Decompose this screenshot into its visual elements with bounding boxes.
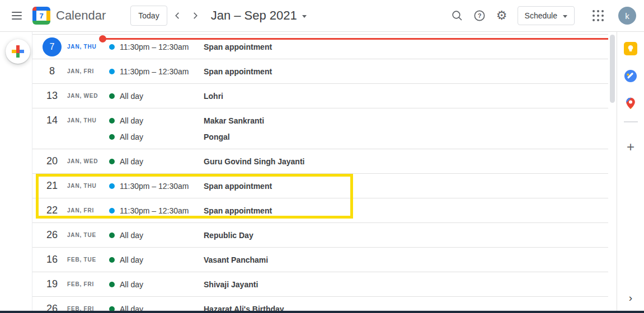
event-title: Span appointment [204, 67, 272, 76]
event-item[interactable]: All day Guru Govind Singh Jayanti [109, 153, 304, 169]
event-title: Span appointment [204, 182, 272, 191]
day-label: JAN, FRI [67, 207, 94, 214]
schedule-row[interactable]: 26 JAN, TUE All day Republic Day [32, 223, 608, 248]
event-item[interactable]: All day Shivaji Jayanti [109, 276, 258, 292]
apps-grid-icon [593, 10, 604, 21]
event-color-dot [109, 69, 115, 74]
event-title: Shivaji Jayanti [204, 280, 258, 289]
schedule-row[interactable]: 13 JAN, WED All day Lohri [32, 84, 608, 108]
events-cell: All day Vasant Panchami [109, 248, 268, 272]
events-cell: All day Lohri [109, 84, 223, 108]
day-number: 7 [43, 37, 62, 56]
hamburger-icon [12, 12, 22, 20]
event-item[interactable]: 11:30pm – 12:30am Span appointment [109, 202, 272, 219]
event-item[interactable]: 11:30pm – 12:30am Span appointment [109, 63, 272, 79]
event-title: Republic Day [204, 231, 253, 240]
event-item[interactable]: All day Vasant Panchami [109, 252, 268, 268]
event-item[interactable]: All day Lohri [109, 88, 223, 104]
chevron-down-icon [302, 15, 307, 18]
event-time: All day [120, 280, 204, 289]
events-cell: 11:30pm – 12:30am Span appointment [109, 174, 272, 198]
day-label: JAN, TUE [67, 232, 96, 238]
event-title: Span appointment [204, 42, 272, 51]
event-time: All day [120, 132, 204, 141]
event-title: Makar Sankranti [204, 116, 264, 125]
event-item[interactable]: All day Makar Sankranti [109, 112, 264, 129]
date-cell: 13 JAN, WED [32, 84, 109, 108]
schedule-row[interactable]: 8 JAN, FRI 11:30pm – 12:30am Span appoin… [32, 59, 608, 84]
day-label: JAN, WED [67, 158, 98, 164]
keep-icon [624, 42, 637, 55]
get-addons-button[interactable]: + [627, 139, 634, 155]
create-event-button[interactable] [6, 39, 30, 64]
schedule-row[interactable]: 16 FEB, TUE All day Vasant Panchami [32, 248, 608, 272]
calendar-logo-icon: 7 [32, 7, 50, 25]
keep-button[interactable] [624, 42, 637, 55]
event-item[interactable]: All day Republic Day [109, 227, 253, 243]
app-title: Calendar [56, 8, 106, 23]
prev-period-button[interactable] [170, 8, 185, 23]
schedule-row[interactable]: 14 JAN, THU All day Makar Sankranti All … [32, 108, 608, 149]
date-range-selector[interactable]: Jan – Sep 2021 [211, 8, 307, 23]
event-color-dot [109, 159, 115, 164]
event-time: All day [120, 255, 204, 264]
events-cell: All day Shivaji Jayanti [109, 272, 258, 296]
calendar-logo[interactable]: 7 [32, 7, 50, 25]
event-title: Guru Govind Singh Jayanti [204, 157, 304, 166]
event-time: 11:30pm – 12:30am [120, 206, 204, 215]
google-apps-button[interactable] [587, 4, 609, 27]
event-time: All day [120, 92, 204, 101]
event-time: All day [120, 231, 204, 240]
date-cell: 19 FEB, FRI [32, 272, 109, 296]
maps-button[interactable] [624, 97, 637, 110]
panel-divider [624, 121, 638, 122]
tasks-button[interactable] [624, 69, 637, 83]
date-cell: 22 JAN, FRI [32, 198, 109, 222]
chevron-right-icon [189, 10, 201, 22]
schedule-row[interactable]: 19 FEB, FRI All day Shivaji Jayanti [32, 272, 608, 297]
event-color-dot [109, 134, 115, 140]
left-rail [0, 32, 32, 311]
settings-button[interactable]: ⚙ [491, 4, 513, 27]
event-time: 11:30pm – 12:30am [120, 42, 204, 51]
events-cell: 11:30pm – 12:30am Span appointment [109, 198, 272, 222]
event-color-dot [109, 208, 115, 214]
event-item[interactable]: All day Pongal [109, 129, 264, 145]
window-bottom-edge [0, 311, 644, 313]
schedule-row[interactable]: 21 JAN, THU 11:30pm – 12:30am Span appoi… [32, 174, 608, 198]
event-title: Pongal [204, 132, 230, 141]
event-time: All day [120, 116, 204, 125]
today-button[interactable]: Today [130, 6, 167, 26]
day-number: 19 [43, 275, 62, 294]
schedule-row[interactable]: 22 JAN, FRI 11:30pm – 12:30am Span appoi… [32, 198, 608, 223]
event-title: Span appointment [204, 206, 272, 215]
day-number: 14 [43, 111, 62, 130]
events-cell: All day Republic Day [109, 223, 253, 247]
svg-text:?: ? [477, 12, 481, 19]
main-menu-button[interactable] [3, 2, 30, 29]
event-color-dot [109, 233, 115, 238]
event-time: 11:30pm – 12:30am [120, 182, 204, 191]
day-label: FEB, FRI [67, 281, 94, 287]
day-number: 13 [43, 87, 62, 106]
event-item[interactable]: 11:30pm – 12:30am Span appointment [109, 178, 272, 194]
events-cell: 11:30pm – 12:30am Span appointment [109, 59, 272, 83]
maps-pin-icon [624, 97, 637, 110]
event-item[interactable]: 11:30pm – 12:30am Span appointment [109, 39, 272, 55]
day-number: 8 [43, 62, 62, 81]
next-period-button[interactable] [187, 8, 203, 23]
date-cell: 16 FEB, TUE [32, 248, 109, 272]
day-label: JAN, THU [67, 117, 97, 124]
day-number: 20 [43, 152, 62, 171]
search-button[interactable] [446, 4, 468, 27]
day-number: 16 [43, 250, 62, 269]
view-switcher-button[interactable]: Schedule [518, 6, 575, 25]
vertical-scrollbar[interactable] [610, 35, 615, 103]
help-button[interactable]: ? [468, 4, 491, 27]
hide-panel-button[interactable]: › [629, 292, 632, 304]
chevron-down-icon [563, 15, 567, 18]
schedule-row[interactable]: 20 JAN, WED All day Guru Govind Singh Ja… [32, 149, 608, 174]
user-avatar[interactable]: k [618, 7, 636, 25]
event-color-dot [109, 282, 115, 287]
gear-icon: ⚙ [496, 10, 507, 22]
